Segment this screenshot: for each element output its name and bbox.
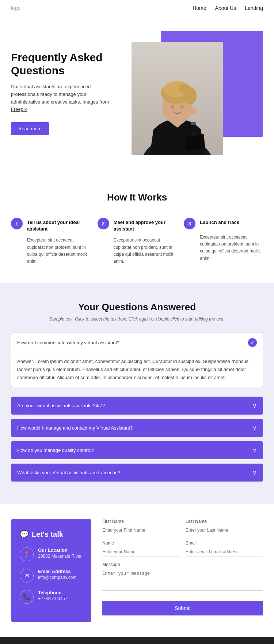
faq-1-icon: ✓ [248, 338, 257, 347]
form-row-2: Name Email [102, 540, 263, 557]
contact-phone: 📞 Telephone +27825100457 [20, 590, 83, 604]
faq-2-chevron: ∨ [252, 402, 257, 409]
read-more-button[interactable]: Read more [11, 122, 49, 135]
first-name-label: First Name [102, 519, 180, 524]
name-label: Name [102, 540, 180, 546]
faq-question-3-text: How would I manage and contact my Virtua… [17, 425, 133, 431]
step-3-header: 3 Launch and track [184, 218, 263, 229]
email-info: Email Address info@company.com [38, 569, 76, 580]
message-input[interactable] [102, 569, 263, 591]
step-2-body: Excepteur sint occaecat cupidatat non pr… [98, 237, 177, 265]
faq-item-2: Are your virtual assistants available 24… [11, 397, 263, 415]
hero-description: Our virtual assistants are experienced p… [11, 83, 113, 113]
logo: logo [11, 5, 20, 11]
nav-landing[interactable]: Landing [245, 5, 263, 11]
contact-section: 💬 Let's talk 📍 Our Location 29832 Makenz… [0, 504, 274, 637]
step-3-title: Launch and track [200, 218, 239, 226]
faq-question-4-text: How do you manage quality control? [17, 448, 94, 453]
freepik-link[interactable]: Freepik [11, 106, 27, 112]
svg-rect-13 [185, 135, 204, 150]
step-3-number: 3 [184, 218, 195, 229]
faq-item-3: How would I manage and contact my Virtua… [11, 419, 263, 437]
lets-talk-label: Let's talk [32, 530, 63, 539]
faq-question-5-text: What tasks your Virtual Assistants are t… [17, 470, 120, 475]
submit-button[interactable]: Submit [102, 601, 263, 615]
svg-rect-15 [191, 122, 196, 125]
phone-label: Telephone [38, 590, 67, 595]
form-email-input[interactable] [186, 547, 263, 557]
faq-5-chevron: ∨ [252, 469, 257, 476]
faq-question-2[interactable]: Are your virtual assistants available 24… [11, 397, 263, 414]
step-1-body: Excepteur sint occaecat cupidatat non pr… [11, 237, 90, 265]
step-1-title: Tell us about your ideal assistant [27, 218, 90, 232]
phone-value: +27825100457 [38, 596, 67, 601]
name-input[interactable] [102, 547, 180, 557]
steps-container: 1 Tell us about your ideal assistant Exc… [11, 218, 263, 265]
faq-item-4: How do you manage quality control? ∨ [11, 441, 263, 459]
how-it-works-section: How It Works 1 Tell us about your ideal … [0, 173, 274, 283]
faq-question-5[interactable]: What tasks your Virtual Assistants are t… [11, 464, 263, 481]
message-group: Message [102, 562, 263, 592]
location-icon: 📍 [20, 547, 34, 561]
email-value: info@company.com [38, 575, 76, 580]
name-group: Name [102, 540, 180, 557]
step-1-header: 1 Tell us about your ideal assistant [11, 218, 90, 232]
faq-subtitle: Sample text. Click to select the text bo… [11, 317, 263, 322]
svg-point-11 [180, 105, 184, 109]
faq-question-1-text: How do I communicate with my virtual ass… [17, 340, 119, 345]
phone-icon: 📞 [20, 590, 34, 604]
nav-links: Home About Us Landing [193, 5, 263, 11]
faq-answer-1: Answer. Lorem ipsum dolor sit amet, cons… [11, 352, 263, 387]
email-label: Email Address [38, 569, 76, 574]
message-label: Message [102, 562, 263, 567]
footer: Sample text. Click to select the Text El… [0, 637, 274, 644]
last-name-group: Last Name [186, 519, 263, 535]
nav-home[interactable]: Home [193, 5, 206, 11]
last-name-label: Last Name [186, 519, 263, 524]
faq-section: Your Questions Answered Sample text. Cli… [0, 283, 274, 504]
step-3: 3 Launch and track Excepteur sint occaec… [184, 218, 263, 265]
location-value: 29832 Makenzie River [38, 554, 81, 559]
step-2-number: 2 [98, 218, 109, 229]
first-name-input[interactable] [102, 525, 180, 535]
hero-title: Frequently Asked Questions [11, 51, 113, 77]
faq-4-chevron: ∨ [252, 447, 257, 454]
nav-about[interactable]: About Us [215, 5, 236, 11]
faq-question-3[interactable]: How would I manage and contact my Virtua… [11, 419, 263, 437]
step-1-number: 1 [11, 218, 23, 229]
form-row-1: First Name Last Name [102, 519, 263, 535]
step-2-title: Meet and approve your assistant [114, 218, 177, 232]
first-name-group: First Name [102, 519, 180, 535]
how-it-works-title: How It Works [11, 192, 263, 203]
faq-question-4[interactable]: How do you manage quality control? ∨ [11, 442, 263, 459]
faq-question-1[interactable]: How do I communicate with my virtual ass… [11, 333, 263, 352]
last-name-input[interactable] [186, 525, 263, 535]
hero-image-area [132, 31, 263, 155]
location-label: Our Location [38, 547, 81, 553]
step-3-body: Excepteur sint occaecat cupidatat non pr… [184, 234, 263, 262]
faq-item-1: How do I communicate with my virtual ass… [11, 333, 263, 387]
hero-text: Frequently Asked Questions Our virtual a… [11, 51, 113, 135]
step-2: 2 Meet and approve your assistant Except… [98, 218, 177, 265]
faq-question-2-text: Are your virtual assistants available 24… [17, 403, 105, 408]
svg-point-10 [171, 105, 174, 109]
hero-section: Frequently Asked Questions Our virtual a… [0, 16, 274, 173]
faq-title: Your Questions Answered [11, 302, 263, 313]
contact-location: 📍 Our Location 29832 Makenzie River [20, 547, 83, 561]
location-info: Our Location 29832 Makenzie River [38, 547, 81, 559]
step-2-header: 2 Meet and approve your assistant [98, 218, 177, 232]
contact-form: First Name Last Name Name Email Message … [91, 519, 263, 615]
svg-point-14 [189, 108, 197, 114]
email-icon: ✉ [20, 569, 34, 583]
contact-card: 💬 Let's talk 📍 Our Location 29832 Makenz… [11, 519, 91, 622]
navbar: logo Home About Us Landing [0, 0, 274, 16]
faq-3-chevron: ∨ [252, 424, 257, 431]
person-illustration [132, 42, 223, 155]
contact-card-title: 💬 Let's talk [20, 530, 83, 539]
phone-info: Telephone +27825100457 [38, 590, 67, 601]
hero-photo [132, 42, 223, 155]
faq-item-5: What tasks your Virtual Assistants are t… [11, 464, 263, 482]
form-email-label: Email [186, 540, 263, 546]
contact-email: ✉ Email Address info@company.com [20, 569, 83, 583]
chat-icon: 💬 [20, 530, 29, 539]
